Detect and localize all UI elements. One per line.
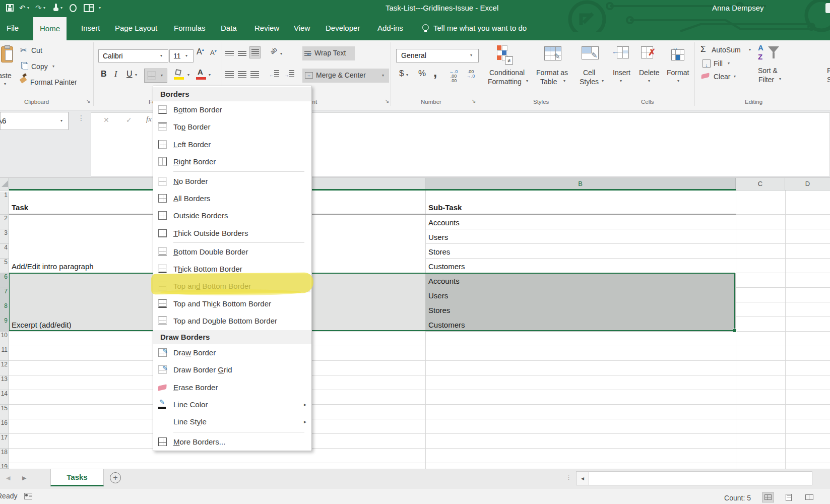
- cell-b6[interactable]: Accounts: [428, 275, 460, 288]
- drag-dots-icon[interactable]: ⋮: [78, 114, 85, 122]
- row-header-5[interactable]: 5: [0, 259, 9, 273]
- user-name[interactable]: Anna Dempsey: [712, 0, 764, 16]
- bold-button[interactable]: B: [101, 70, 107, 79]
- row-header-13[interactable]: 13: [0, 375, 9, 390]
- row-header-12[interactable]: 12: [0, 361, 9, 375]
- row-header-18[interactable]: 18: [0, 449, 9, 463]
- number-dialog-launcher-icon[interactable]: ↘: [471, 98, 476, 104]
- circle-icon[interactable]: [70, 4, 77, 12]
- cell-b1[interactable]: Sub-Task: [428, 202, 462, 213]
- row-header-4[interactable]: 4: [0, 244, 9, 259]
- cell-b4[interactable]: Stores: [428, 245, 450, 259]
- row-header-17[interactable]: 17: [0, 434, 9, 449]
- menu-item-bottom-double-border[interactable]: Bottom Double Border: [153, 243, 311, 261]
- menu-item-top-border[interactable]: Top Border: [153, 118, 311, 136]
- cell-b3[interactable]: Users: [428, 231, 448, 244]
- format-cells-button[interactable]: ↔ Format ▾: [665, 44, 692, 95]
- delete-cells-button[interactable]: ✗ Delete ▾: [637, 44, 663, 95]
- row-header-8[interactable]: 8: [0, 302, 9, 317]
- cell-a1[interactable]: Task: [12, 202, 28, 213]
- menu-item-top-and-thick-bottom-border[interactable]: Top and Thick Bottom Border: [153, 295, 311, 312]
- h-scrollbar-track[interactable]: [589, 471, 812, 485]
- row-header-15[interactable]: 15: [0, 405, 9, 419]
- font-name-select[interactable]: Calibri: [98, 49, 168, 62]
- fill-dropdown-icon[interactable]: ▾: [728, 61, 730, 66]
- cell-b9[interactable]: Customers: [428, 319, 465, 332]
- align-center-button[interactable]: [238, 71, 246, 80]
- menu-item-left-border[interactable]: Left Border: [153, 136, 311, 153]
- fill-button[interactable]: Fill: [714, 59, 723, 68]
- sheet-tab-tasks[interactable]: Tasks: [50, 469, 104, 486]
- merge-center-dropdown-icon[interactable]: ▾: [382, 73, 384, 78]
- menu-item-right-border[interactable]: Right Border: [153, 153, 311, 170]
- row-header-6[interactable]: 6: [0, 273, 9, 288]
- menu-item-bottom-border[interactable]: Bottom Border: [153, 101, 311, 118]
- tab-addins[interactable]: Add-ins: [371, 16, 410, 40]
- copy-dropdown-icon[interactable]: ▾: [52, 64, 54, 69]
- font-size-dropdown-icon[interactable]: ▾: [185, 53, 187, 58]
- qat-customize-icon[interactable]: ▾: [99, 0, 101, 16]
- tab-view[interactable]: View: [287, 16, 316, 40]
- decrease-indent-button[interactable]: ←: [269, 70, 279, 79]
- underline-dropdown-icon[interactable]: ▾: [135, 73, 137, 77]
- align-bottom-button[interactable]: [249, 46, 261, 58]
- menu-item-line-color[interactable]: ✎ Line Color ▸: [153, 396, 311, 413]
- row-header-9[interactable]: 9: [0, 317, 9, 332]
- row-header-3[interactable]: 3: [0, 229, 9, 244]
- cell-a6-merged[interactable]: Excerpt (add/edit): [12, 319, 71, 332]
- account-avatar[interactable]: [825, 3, 830, 13]
- scrollbar-drag-dots-icon[interactable]: ⋮: [565, 473, 572, 481]
- currency-button[interactable]: $: [399, 69, 404, 79]
- percent-button[interactable]: %: [418, 69, 426, 79]
- name-box[interactable]: A6: [0, 112, 69, 130]
- undo-dropdown-icon[interactable]: ▾: [27, 0, 29, 16]
- align-middle-button[interactable]: [238, 49, 246, 58]
- add-sheet-button[interactable]: +: [110, 472, 121, 483]
- grow-font-button[interactable]: A▴: [197, 47, 204, 56]
- clipboard-dialog-launcher-icon[interactable]: ↘: [86, 98, 90, 104]
- decrease-decimal-button[interactable]: .00 →.0: [464, 70, 478, 79]
- autosum-button[interactable]: AutoSum: [712, 46, 741, 54]
- sort-filter-button[interactable]: A Z Sort & Filter ▾: [754, 43, 789, 98]
- increase-indent-button[interactable]: →: [284, 70, 294, 79]
- menu-item-draw-border[interactable]: ✎ Draw Border: [153, 344, 311, 361]
- row-header-11[interactable]: 11: [0, 346, 9, 361]
- orientation-dropdown-icon[interactable]: ▾: [280, 51, 282, 56]
- name-box-dropdown-icon[interactable]: ▾: [60, 118, 62, 123]
- normal-view-button[interactable]: [762, 492, 774, 502]
- increase-decimal-button[interactable]: ←.0 .00 .00: [446, 70, 461, 83]
- tab-data[interactable]: Data: [214, 16, 243, 40]
- tab-formulas[interactable]: Formulas: [167, 16, 212, 40]
- paste-button[interactable]: Paste: [0, 72, 12, 80]
- cell-b8[interactable]: Stores: [428, 304, 450, 317]
- number-format-dropdown-icon[interactable]: ▾: [470, 53, 472, 57]
- tab-developer[interactable]: Developer: [319, 16, 366, 40]
- fill-color-button[interactable]: [173, 69, 186, 82]
- save-icon[interactable]: [6, 4, 14, 12]
- menu-item-all-borders[interactable]: All Borders: [153, 190, 311, 207]
- tab-page-layout[interactable]: Page Layout: [108, 16, 164, 40]
- row-header-16[interactable]: 16: [0, 419, 9, 434]
- borders-button[interactable]: ▾: [144, 69, 167, 83]
- format-painter-button[interactable]: Format Painter: [30, 78, 77, 86]
- tab-file[interactable]: File: [0, 16, 25, 40]
- cell-b2[interactable]: Accounts: [428, 216, 460, 229]
- column-header-b[interactable]: B: [425, 177, 736, 190]
- touch-mode-icon[interactable]: [53, 4, 58, 12]
- currency-dropdown-icon[interactable]: ▾: [406, 73, 408, 77]
- comma-style-button[interactable]: ,: [433, 65, 437, 80]
- touch-mode-dropdown-icon[interactable]: ▾: [60, 0, 62, 16]
- menu-item-line-style[interactable]: Line Style ▸: [153, 413, 311, 430]
- redo-icon[interactable]: ↷: [35, 0, 42, 16]
- font-color-dropdown-icon[interactable]: ▾: [209, 73, 211, 77]
- row-header-19[interactable]: 19: [0, 463, 9, 469]
- sheet-nav-left-icon[interactable]: ◀: [6, 475, 10, 481]
- page-break-view-button[interactable]: [803, 492, 815, 502]
- redo-dropdown-icon[interactable]: ▾: [43, 0, 45, 16]
- borders-dropdown-icon[interactable]: ▾: [161, 73, 163, 78]
- row-header-2[interactable]: 2: [0, 215, 9, 229]
- orientation-button[interactable]: ab: [269, 46, 278, 55]
- macro-record-icon[interactable]: [24, 493, 32, 499]
- shrink-font-button[interactable]: A▾: [210, 49, 217, 56]
- font-size-select[interactable]: 11: [169, 49, 194, 62]
